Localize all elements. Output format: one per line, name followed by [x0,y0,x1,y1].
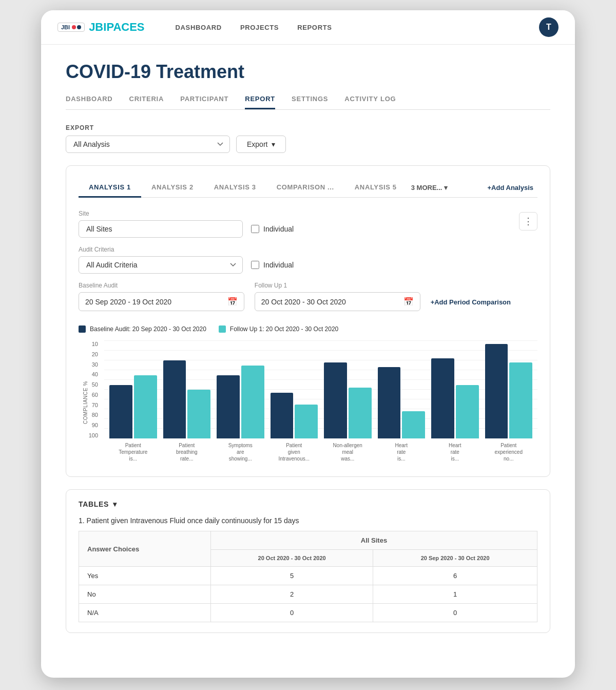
bar-label-7: Patient experienced no... [491,442,527,462]
product-name: JBIPACES [89,21,144,34]
val1-cell: 2 [210,585,373,604]
audit-criteria-select[interactable]: All Audit Criteria [79,256,243,274]
val1-cell: 0 [210,604,373,622]
export-button[interactable]: Export ▾ [236,136,286,153]
export-analysis-select[interactable]: All Analysis [66,136,230,153]
logo: JBI JBIPACES [57,21,145,34]
individual-checkbox-site[interactable] [251,225,259,233]
bar-dark-5 [378,367,401,438]
chart-area: Baseline Audit: 20 Sep 2020 - 30 Oct 202… [79,325,537,464]
chart-bars: Patient Temperature is...Patient breathi… [104,341,537,438]
calendar-icon-2[interactable]: 📅 [403,297,414,306]
individual-label-site: Individual [263,225,294,233]
bar-label-2: Symptoms are showing... [222,442,258,462]
nav-links: DASHBOARD PROJECTS REPORTS [176,24,332,31]
bar-teal-7 [509,362,532,438]
chevron-down-icon: ▾ [113,500,117,508]
baseline-date-value: 20 Sep 2020 - 19 Oct 2020 [85,298,171,306]
site-row: Individual [79,220,511,238]
chevron-down-icon: ▾ [272,140,275,148]
bar-group-4: Non-allergen meal was... [324,341,372,438]
bar-teal-4 [349,388,372,438]
bar-group-1: Patient breathing rate... [163,341,211,438]
table-row: Yes 5 6 [79,567,537,585]
avatar[interactable]: T [539,17,559,37]
fields-header: Site Individual Audit Criteria [79,210,537,321]
analysis-card: ANALYSIS 1 ANALYSIS 2 ANALYSIS 3 COMPARI… [66,165,550,477]
baseline-date-input[interactable]: 20 Sep 2020 - 19 Oct 2020 📅 [79,292,244,311]
legend-dot-followup [219,325,226,333]
legend-followup: Follow Up 1: 20 Oct 2020 - 30 Oct 2020 [219,325,338,333]
nav-reports[interactable]: REPORTS [297,24,332,31]
legend-label-followup: Follow Up 1: 20 Oct 2020 - 30 Oct 2020 [230,325,338,333]
individual-checkbox-criteria[interactable] [251,261,259,269]
analysis-tab-5[interactable]: ANALYSIS 5 [344,178,407,198]
col-all-sites: All Sites [210,531,537,550]
export-row: All Analysis Export ▾ [66,136,550,153]
col-sub2: 20 Sep 2020 - 30 Oct 2020 [373,550,537,567]
date-row: Baseline Audit 20 Sep 2020 - 19 Oct 2020… [79,282,511,311]
site-input[interactable] [79,220,243,238]
nav-bar: JBI JBIPACES DASHBOARD PROJECTS REPORTS … [41,10,575,45]
answer-cell: N/A [79,604,211,622]
bar-dark-7 [485,344,508,438]
add-period-button[interactable]: +Add Period Comparison [431,298,511,311]
baseline-label: Baseline Audit [79,282,244,289]
calendar-icon[interactable]: 📅 [227,297,238,306]
followup-date-group: Follow Up 1 20 Oct 2020 - 30 Oct 2020 📅 [255,282,420,311]
tab-activity-log[interactable]: ACTIVITY LOG [344,95,396,109]
nav-dashboard[interactable]: DASHBOARD [176,24,222,31]
page-title: COVID-19 Treatment [66,61,550,83]
more-tabs-button[interactable]: 3 MORE... ▾ [407,179,452,197]
audit-criteria-label: Audit Criteria [79,246,511,253]
nav-projects[interactable]: PROJECTS [240,24,279,31]
chevron-down-icon: ▾ [444,184,448,191]
bar-group-0: Patient Temperature is... [109,341,157,438]
legend-baseline: Baseline Audit: 20 Sep 2020 - 30 Oct 202… [79,325,206,333]
audit-criteria-row: All Audit Criteria Individual [79,256,511,274]
bar-teal-2 [241,366,264,439]
tab-criteria[interactable]: CRITERIA [129,95,164,109]
tables-header[interactable]: TABLES ▾ [79,500,537,508]
page-tabs: DASHBOARD CRITERIA PARTICIPANT REPORT SE… [66,95,550,110]
analysis-tab-1[interactable]: ANALYSIS 1 [79,178,141,198]
add-analysis-button[interactable]: +Add Analysis [484,179,537,197]
tables-label: TABLES [79,500,109,508]
data-table: Answer Choices All Sites 20 Oct 2020 - 3… [79,531,537,622]
kebab-menu-button[interactable]: ⋮ [519,212,537,231]
answer-cell: Yes [79,567,211,585]
val2-cell: 1 [373,585,537,604]
bar-dark-2 [217,375,240,439]
bar-group-5: Heart rate is... [378,341,426,438]
bar-dark-0 [109,385,132,439]
jbi-logo: JBI [57,23,85,32]
export-label: EXPORT [66,124,550,131]
individual-checkbox-group: Individual [251,225,294,233]
col-answer-choices: Answer Choices [79,531,211,567]
bar-label-1: Patient breathing rate... [169,442,205,462]
bar-group-3: Patient given Intravenous... [271,341,318,438]
bar-dark-3 [271,393,294,438]
analysis-tab-2[interactable]: ANALYSIS 2 [141,178,204,198]
chart-container: 100 90 80 70 60 50 40 30 20 10 COMPLIANC… [79,341,537,464]
analysis-tabs: ANALYSIS 1 ANALYSIS 2 ANALYSIS 3 COMPARI… [79,178,537,198]
answer-cell: No [79,585,211,604]
legend-label-baseline: Baseline Audit: 20 Sep 2020 - 30 Oct 202… [90,325,206,333]
bar-dark-1 [163,360,186,438]
bar-teal-0 [134,375,157,439]
table-row: No 2 1 [79,585,537,604]
analysis-tab-3[interactable]: ANALYSIS 3 [204,178,266,198]
tab-settings[interactable]: SETTINGS [292,95,328,109]
table-row: N/A 0 0 [79,604,537,622]
tab-participant[interactable]: PARTICIPANT [180,95,228,109]
analysis-tab-comparison[interactable]: COMPARISON ... [266,178,344,198]
fields-main: Site Individual Audit Criteria [79,210,511,321]
followup-date-input[interactable]: 20 Oct 2020 - 30 Oct 2020 📅 [255,292,420,311]
tab-report[interactable]: REPORT [245,95,275,109]
table-question: 1. Patient given Intravenous Fluid once … [79,516,537,525]
bar-group-6: Heart rate is... [431,341,479,438]
followup-label: Follow Up 1 [255,282,420,289]
tab-dashboard[interactable]: DASHBOARD [66,95,113,109]
followup-date-value: 20 Oct 2020 - 30 Oct 2020 [261,298,346,306]
bar-teal-6 [456,385,479,439]
